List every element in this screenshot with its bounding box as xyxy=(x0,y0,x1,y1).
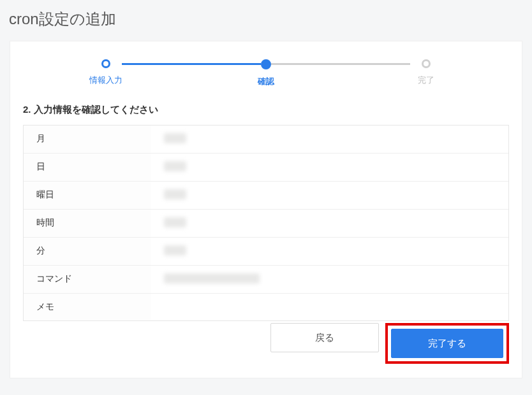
value-hour xyxy=(151,210,508,237)
label-hour: 時間 xyxy=(24,210,151,237)
redacted-value xyxy=(164,245,186,255)
redacted-value xyxy=(164,161,186,171)
step-label: 確認 xyxy=(258,76,274,87)
complete-button[interactable]: 完了する xyxy=(391,329,503,358)
step-info-input: 情報入力 xyxy=(87,59,125,86)
row-weekday: 曜日 xyxy=(24,182,508,210)
progress-stepper: 情報入力 確認 完了 xyxy=(10,41,522,99)
page-title: cron設定の追加 xyxy=(0,0,532,41)
label-weekday: 曜日 xyxy=(24,182,151,209)
step-complete: 完了 xyxy=(407,59,445,86)
value-command xyxy=(151,266,508,293)
step-label: 完了 xyxy=(418,75,434,86)
value-weekday xyxy=(151,182,508,209)
label-month: 月 xyxy=(24,126,151,153)
redacted-value xyxy=(164,273,260,284)
label-command: コマンド xyxy=(24,266,151,293)
value-minute xyxy=(151,238,508,265)
confirmation-table: 月 日 曜日 時間 分 コマンド メモ xyxy=(23,125,509,321)
back-button[interactable]: 戻る xyxy=(270,323,379,352)
row-hour: 時間 xyxy=(24,210,508,238)
redacted-value xyxy=(164,217,186,227)
step-label: 情報入力 xyxy=(89,75,122,86)
emphasis-highlight: 完了する xyxy=(385,323,509,364)
value-month xyxy=(151,126,508,153)
step-confirm: 確認 xyxy=(247,59,285,87)
row-command: コマンド xyxy=(24,266,508,294)
row-month: 月 xyxy=(24,126,508,154)
stepper-line-pending xyxy=(271,63,410,65)
step-circle-icon xyxy=(422,59,431,68)
step-circle-icon xyxy=(101,59,110,68)
content-card: 情報入力 確認 完了 2. 入力情報を確認してください 月 日 曜日 時間 xyxy=(10,41,522,378)
row-day: 日 xyxy=(24,154,508,182)
step-circle-icon xyxy=(261,59,271,69)
section-heading: 2. 入力情報を確認してください xyxy=(10,99,522,125)
button-row: 戻る 完了する xyxy=(10,308,522,364)
row-minute: 分 xyxy=(24,238,508,266)
stepper-line-done xyxy=(122,63,261,65)
label-day: 日 xyxy=(24,154,151,181)
redacted-value xyxy=(164,189,186,199)
redacted-value xyxy=(164,133,186,143)
value-day xyxy=(151,154,508,181)
label-minute: 分 xyxy=(24,238,151,265)
